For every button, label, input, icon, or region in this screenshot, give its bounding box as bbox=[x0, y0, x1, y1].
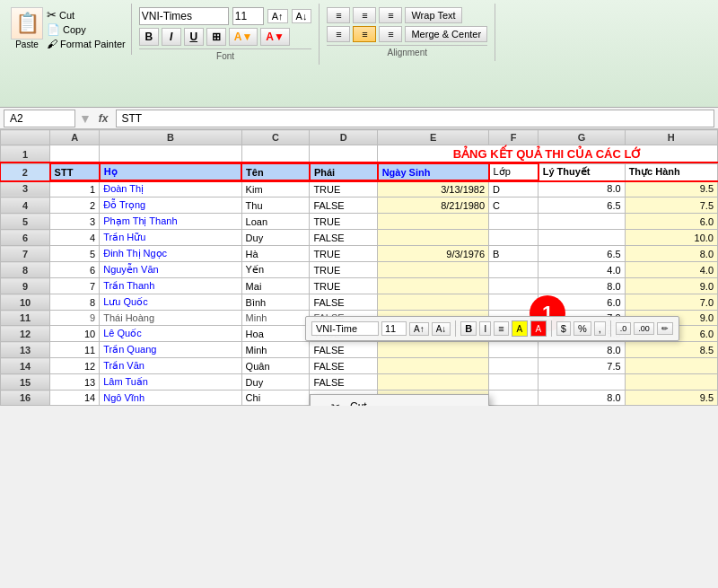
col-header-b[interactable]: B bbox=[100, 130, 241, 145]
table-row: 6 4 Trần Hữu Duy FALSE 10.0 bbox=[1, 230, 718, 246]
col-header-e[interactable]: E bbox=[378, 130, 489, 145]
mini-bold-btn[interactable]: B bbox=[460, 321, 477, 336]
table-row: 14 12 Trần Văn Quân FALSE 7.5 bbox=[1, 358, 718, 374]
table-row: 2 STT Họ Tên Phái Ngày Sinh Lớp Lý Thuyế… bbox=[1, 163, 718, 180]
font-name-input[interactable] bbox=[139, 7, 229, 25]
bold-button[interactable]: B bbox=[139, 28, 159, 46]
name-box[interactable] bbox=[4, 110, 75, 127]
table-row: 4 2 Đỗ Trọng Thu FALSE 8/21/1980 C 6.5 7… bbox=[1, 197, 718, 214]
cut-icon: ✂ bbox=[328, 399, 343, 406]
align-top-left-button[interactable]: ≡ bbox=[327, 7, 350, 23]
mini-fill-color[interactable]: A bbox=[512, 320, 528, 337]
font-color-button[interactable]: A▼ bbox=[260, 28, 290, 46]
format-painter-button[interactable]: 🖌 Format Painter bbox=[47, 38, 126, 50]
align-bottom-right-button[interactable]: ≡ bbox=[379, 7, 402, 23]
mini-comma-btn[interactable]: , bbox=[594, 321, 606, 336]
table-row: 10 8 Lưu Quốc Bình FALSE 6.0 7.0 bbox=[1, 294, 718, 311]
table-row: 13 11 Trần Quang Minh FALSE 8.0 8.5 bbox=[1, 342, 718, 358]
col-header-f[interactable]: F bbox=[489, 130, 538, 145]
wrap-text-button[interactable]: Wrap Text bbox=[405, 7, 461, 23]
table-row: 8 6 Nguyễn Văn Yến TRUE 4.0 4.0 bbox=[1, 262, 718, 278]
col-header-g[interactable]: G bbox=[538, 130, 625, 145]
align-right-button[interactable]: ≡ bbox=[379, 26, 402, 42]
mini-number-inc-btn[interactable]: .00 bbox=[634, 322, 654, 335]
align-left-button[interactable]: ≡ bbox=[327, 26, 350, 42]
mini-dollar-btn[interactable]: $ bbox=[556, 321, 571, 336]
table-row: 15 13 Lâm Tuấn Duy FALSE bbox=[1, 374, 718, 391]
copy-button[interactable]: 📄 Copy bbox=[47, 23, 126, 36]
formula-separator: ▼ bbox=[79, 111, 92, 126]
context-menu: ✂ Cut 📄 Copy Paste Options: 📋 Paste Spec… bbox=[310, 394, 489, 406]
mini-size-input[interactable] bbox=[381, 321, 407, 336]
mini-grow-font[interactable]: A↑ bbox=[409, 322, 429, 336]
border-button[interactable]: ⊞ bbox=[206, 28, 226, 46]
grow-font-button[interactable]: A↑ bbox=[267, 9, 288, 23]
align-mid-button[interactable]: ≡ bbox=[353, 26, 376, 42]
merge-center-button[interactable]: Merge & Center bbox=[405, 26, 487, 42]
mini-percent-btn[interactable]: % bbox=[574, 321, 591, 336]
mini-shrink-font[interactable]: A↓ bbox=[432, 322, 451, 336]
table-row: 3 1 Đoàn Thị Kim TRUE 3/13/1982 D 8.0 9.… bbox=[1, 180, 718, 197]
table-row: 5 3 Phạm Thị Thanh Loan TRUE 6.0 bbox=[1, 214, 718, 230]
mini-number-dec-btn[interactable]: .0 bbox=[616, 322, 632, 335]
table-row: 1 BẢNG KẾT QUẢ THI CỦA CÁC LỚ bbox=[1, 145, 718, 164]
alignment-section-label: Alignment bbox=[327, 45, 487, 57]
mini-italic-btn[interactable]: I bbox=[479, 321, 491, 336]
table-row: 9 7 Trần Thanh Mai TRUE 8.0 9.0 bbox=[1, 278, 718, 294]
mini-font-input[interactable] bbox=[311, 321, 379, 336]
formula-bar: ▼ fx bbox=[0, 108, 718, 129]
mini-font-color[interactable]: A bbox=[530, 320, 547, 337]
mini-extra-btn[interactable]: ✏ bbox=[657, 322, 673, 335]
corner-header bbox=[1, 130, 50, 145]
font-section-label: Font bbox=[139, 48, 312, 61]
fill-color-button[interactable]: A▼ bbox=[229, 28, 258, 46]
ctx-cut[interactable]: ✂ Cut bbox=[311, 395, 488, 406]
col-header-h[interactable]: H bbox=[625, 130, 717, 145]
underline-button[interactable]: U bbox=[184, 28, 204, 46]
table-row: 7 5 Đinh Thị Ngọc Hà TRUE 9/3/1976 B 6.5… bbox=[1, 246, 718, 262]
ribbon: 📋 Paste ✂ Cut 📄 Copy 🖌 Format Painter bbox=[0, 0, 718, 108]
col-header-d[interactable]: D bbox=[310, 130, 378, 145]
formula-input[interactable] bbox=[116, 110, 714, 127]
italic-button[interactable]: I bbox=[162, 28, 181, 46]
mini-align-btn[interactable]: ≡ bbox=[494, 321, 508, 336]
paste-button[interactable]: 📋 Paste bbox=[11, 7, 43, 49]
spreadsheet-table: A B C D E F G H 1 BẢNG KẾT QUẢ THI CỦA C… bbox=[0, 129, 718, 406]
align-center-button[interactable]: ≡ bbox=[353, 7, 376, 23]
col-header-a[interactable]: A bbox=[50, 130, 100, 145]
mini-toolbar: A↑ A↓ B I ≡ A A $ % , .0 .00 ✏ bbox=[305, 316, 679, 341]
font-size-input[interactable] bbox=[232, 7, 264, 25]
col-header-c[interactable]: C bbox=[241, 130, 310, 145]
spreadsheet-area: A B C D E F G H 1 BẢNG KẾT QUẢ THI CỦA C… bbox=[0, 129, 718, 406]
cut-button[interactable]: ✂ Cut bbox=[47, 8, 126, 22]
fx-label: fx bbox=[95, 112, 112, 125]
shrink-font-button[interactable]: A↓ bbox=[292, 9, 312, 23]
